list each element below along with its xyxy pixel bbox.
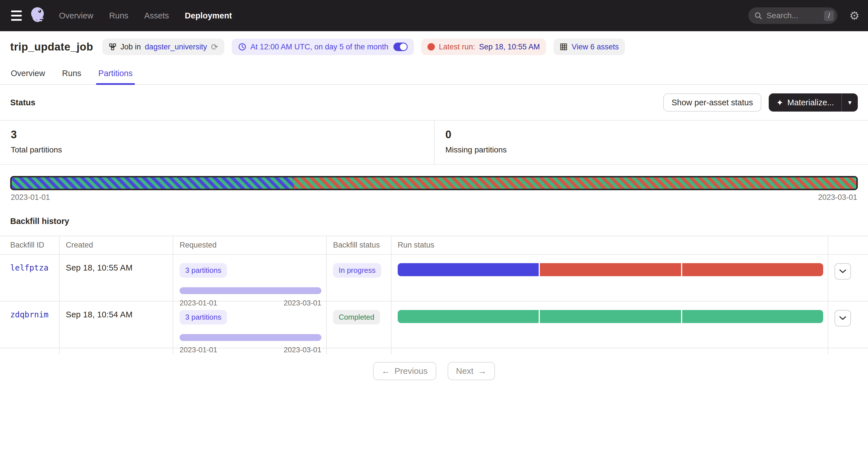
column-run-status: Run status [392,236,828,254]
sparkle-icon: ✦ [776,98,783,108]
latest-run-label: Latest run: [439,42,475,51]
requested-end-date: 2023-03-01 [284,345,321,354]
table-row: zdqbrnim Sep 18, 10:54 AM 3 partitions 2… [0,301,868,348]
materialize-label: Materialize... [787,98,834,107]
schedule-toggle[interactable] [394,42,408,51]
materialize-split-button: ✦ Materialize... ▾ [769,93,858,112]
expand-row-button[interactable] [835,263,851,280]
chevron-down-icon [839,316,846,320]
total-partitions-label: Total partitions [11,145,423,154]
materialize-button[interactable]: ✦ Materialize... [769,93,841,112]
latest-run-chip: Latest run: Sep 18, 10:55 AM [421,38,546,55]
partition-counts: 3 Total partitions 0 Missing partitions [0,120,868,165]
previous-page-button[interactable]: ← Previous [373,362,436,380]
tab-runs[interactable]: Runs [62,64,82,84]
requested-range-bar [180,334,321,341]
view-assets-link[interactable]: View 6 assets [571,42,619,51]
partitions-count-badge[interactable]: 3 partitions [180,263,227,278]
run-status-bar[interactable] [398,310,823,323]
requested-start-date: 2023-01-01 [180,345,217,354]
main-nav: Overview Runs Assets Deployment [59,11,232,21]
column-backfill-id: Backfill ID [0,236,60,254]
materialize-dropdown-button[interactable]: ▾ [841,93,858,112]
backfill-id-link[interactable]: zdqbrnim [10,310,49,319]
next-label: Next [456,366,474,376]
table-header-row: Backfill ID Created Requested Backfill s… [0,236,868,254]
missing-partitions-value: 0 [445,128,857,141]
column-created: Created [60,236,173,254]
arrow-right-icon: → [478,366,487,376]
nav-item-overview[interactable]: Overview [59,11,93,21]
previous-label: Previous [395,366,428,376]
expand-row-button[interactable] [835,310,851,326]
code-location-link[interactable]: dagster_university [145,42,207,51]
backfill-history-heading: Backfill history [0,202,868,236]
column-requested: Requested [173,236,327,254]
chevron-down-icon [839,269,846,273]
search-box[interactable]: / [748,7,837,24]
top-navigation-bar: Overview Runs Assets Deployment / ⚙ [0,0,868,31]
search-shortcut-key: / [824,10,834,21]
schedule-chip: At 12:00 AM UTC, on day 5 of the month [232,38,414,55]
search-input[interactable] [767,11,824,20]
job-tabs: Overview Runs Partitions [0,64,868,85]
created-timestamp: Sep 18, 10:54 AM [66,310,132,319]
backfill-status-badge: In progress [333,263,381,278]
partition-status-bar-section: 2023-01-01 2023-03-01 [0,165,868,202]
created-timestamp: Sep 18, 10:55 AM [66,263,132,272]
page-title: trip_update_job [10,41,93,53]
column-expand [828,236,868,254]
backfill-history-table: Backfill ID Created Requested Backfill s… [0,236,868,348]
backfill-status-badge: Completed [333,310,380,324]
table-row: lelfptza Sep 18, 10:55 AM 3 partitions 2… [0,254,868,301]
total-partitions-cell: 3 Total partitions [0,121,434,164]
run-status-dot [428,43,435,51]
gear-icon[interactable]: ⚙ [849,10,860,21]
total-partitions-value: 3 [11,128,423,141]
job-chip-prefix: Job in [121,42,141,51]
job-location-chip: Job in dagster_university ⟳ [102,38,224,55]
next-page-button[interactable]: Next → [447,362,495,380]
partition-range-start: 2023-01-01 [11,193,50,202]
partition-status-bar[interactable] [10,176,858,190]
search-icon [754,11,763,20]
job-graph-icon [108,43,117,51]
nav-item-assets[interactable]: Assets [144,11,169,21]
view-assets-chip: View 6 assets [553,38,625,55]
clock-icon [238,42,247,51]
column-backfill-status: Backfill status [327,236,392,254]
status-section-header: Status Show per-asset status ✦ Materiali… [0,85,868,120]
nav-item-runs[interactable]: Runs [109,11,128,21]
show-per-asset-status-button[interactable]: Show per-asset status [663,93,762,112]
partition-range-end: 2023-03-01 [818,193,857,202]
run-status-bar[interactable] [398,263,823,276]
hamburger-menu-icon[interactable] [8,8,24,24]
partitions-count-badge[interactable]: 3 partitions [180,310,227,324]
status-heading: Status [10,98,35,107]
latest-run-time-link[interactable]: Sep 18, 10:55 AM [479,42,540,51]
dagster-logo [27,5,48,26]
backfill-id-link[interactable]: lelfptza [10,263,49,272]
schedule-label: At 12:00 AM UTC, on day 5 of the month [250,42,388,51]
refresh-icon[interactable]: ⟳ [211,42,218,52]
missing-partitions-cell: 0 Missing partitions [434,121,868,164]
assets-grid-icon [560,43,568,51]
job-header: trip_update_job Job in dagster_universit… [0,31,868,61]
nav-item-deployment[interactable]: Deployment [185,11,232,21]
arrow-left-icon: ← [381,366,390,376]
tab-overview[interactable]: Overview [10,64,46,84]
tab-partitions[interactable]: Partitions [98,64,133,84]
requested-range-bar [180,287,321,294]
missing-partitions-label: Missing partitions [445,145,857,154]
pagination: ← Previous Next → [0,348,868,394]
